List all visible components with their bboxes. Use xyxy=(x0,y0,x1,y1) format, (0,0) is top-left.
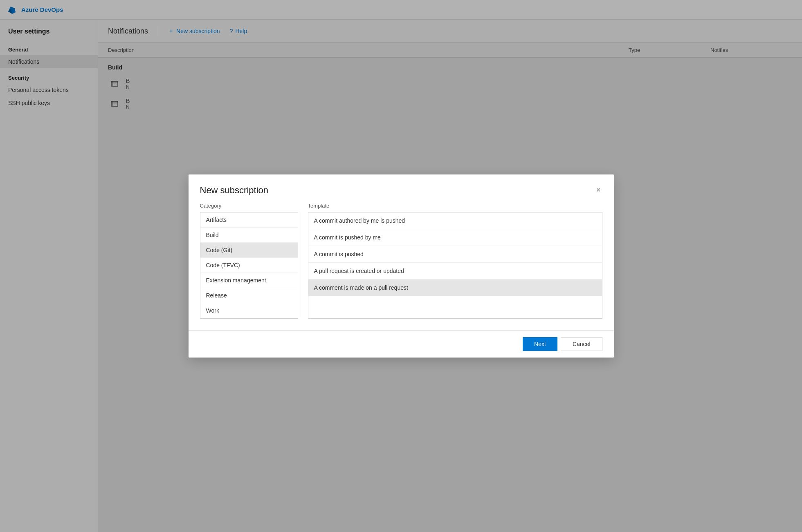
category-section: Category Artifacts Build Code (Git) Code… xyxy=(200,203,298,319)
dialog-overlay: New subscription × Category Artifacts Bu… xyxy=(0,0,802,532)
category-label: Category xyxy=(200,203,298,209)
template-item-pull-request[interactable]: A pull request is created or updated xyxy=(308,263,602,279)
category-item-code-tfvc[interactable]: Code (TFVC) xyxy=(200,258,298,273)
dialog-title: New subscription xyxy=(200,185,269,196)
next-button[interactable]: Next xyxy=(523,337,557,351)
template-item-comment-pr[interactable]: A comment is made on a pull request xyxy=(308,279,602,296)
category-item-artifacts[interactable]: Artifacts xyxy=(200,212,298,228)
dialog-close-button[interactable]: × xyxy=(595,184,602,196)
category-list: Artifacts Build Code (Git) Code (TFVC) E… xyxy=(200,212,298,319)
dialog-footer: Next Cancel xyxy=(189,330,614,358)
category-item-work[interactable]: Work xyxy=(200,303,298,318)
dialog-body: Category Artifacts Build Code (Git) Code… xyxy=(189,203,614,330)
dialog-header: New subscription × xyxy=(189,174,614,203)
template-section: Template A commit authored by me is push… xyxy=(308,203,602,319)
category-item-release[interactable]: Release xyxy=(200,288,298,303)
template-item-commit-pushed[interactable]: A commit is pushed xyxy=(308,246,602,263)
cancel-button[interactable]: Cancel xyxy=(561,337,602,351)
category-item-build[interactable]: Build xyxy=(200,228,298,243)
template-item-commit-authored[interactable]: A commit authored by me is pushed xyxy=(308,212,602,229)
template-label: Template xyxy=(308,203,602,209)
template-list: A commit authored by me is pushed A comm… xyxy=(308,212,602,319)
new-subscription-dialog: New subscription × Category Artifacts Bu… xyxy=(189,174,614,358)
template-item-commit-pushed-by-me[interactable]: A commit is pushed by me xyxy=(308,229,602,246)
category-item-code-git[interactable]: Code (Git) xyxy=(200,243,298,258)
category-item-extension-management[interactable]: Extension management xyxy=(200,273,298,288)
